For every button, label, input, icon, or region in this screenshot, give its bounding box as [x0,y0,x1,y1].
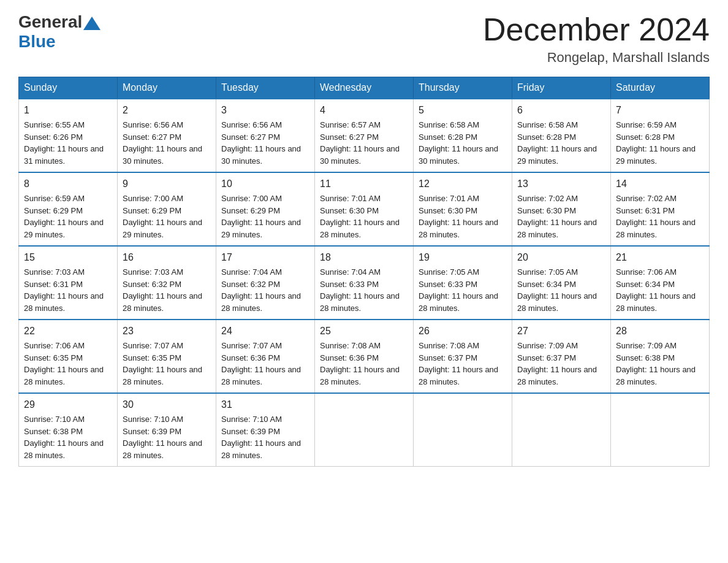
calendar-cell: 3Sunrise: 6:56 AMSunset: 6:27 PMDaylight… [216,99,315,172]
day-number: 11 [320,177,408,191]
logo-general-text: General [18,12,82,32]
calendar-header-row: SundayMondayTuesdayWednesdayThursdayFrid… [19,77,710,99]
calendar-cell: 26Sunrise: 7:08 AMSunset: 6:37 PMDayligh… [414,320,512,393]
calendar-cell: 2Sunrise: 6:56 AMSunset: 6:27 PMDaylight… [118,99,216,172]
day-number: 14 [616,177,704,191]
day-number: 7 [616,103,704,118]
day-number: 16 [123,250,211,265]
day-number: 22 [24,324,112,339]
calendar-cell: 18Sunrise: 7:04 AMSunset: 6:33 PMDayligh… [315,246,414,320]
day-number: 26 [419,324,507,339]
day-number: 23 [123,324,211,339]
logo: General Blue [18,12,102,52]
calendar-cell [414,393,512,467]
calendar-cell: 7Sunrise: 6:59 AMSunset: 6:28 PMDaylight… [611,99,710,172]
calendar-cell: 25Sunrise: 7:08 AMSunset: 6:36 PMDayligh… [315,320,414,393]
col-header-tuesday: Tuesday [216,77,315,99]
calendar-cell [315,393,414,467]
calendar-week-row: 8Sunrise: 6:59 AMSunset: 6:29 PMDaylight… [19,172,710,246]
col-header-wednesday: Wednesday [315,77,414,99]
day-number: 20 [517,250,605,265]
calendar-cell: 22Sunrise: 7:06 AMSunset: 6:35 PMDayligh… [19,320,118,393]
day-number: 2 [123,103,211,118]
calendar-week-row: 15Sunrise: 7:03 AMSunset: 6:31 PMDayligh… [19,246,710,320]
calendar-table: SundayMondayTuesdayWednesdayThursdayFrid… [18,77,710,467]
day-number: 30 [123,397,211,412]
calendar-cell: 12Sunrise: 7:01 AMSunset: 6:30 PMDayligh… [414,172,512,246]
calendar-cell: 19Sunrise: 7:05 AMSunset: 6:33 PMDayligh… [414,246,512,320]
col-header-saturday: Saturday [611,77,710,99]
day-number: 13 [517,177,605,191]
day-number: 8 [24,177,112,191]
calendar-cell: 1Sunrise: 6:55 AMSunset: 6:26 PMDaylight… [19,99,118,172]
calendar-cell: 28Sunrise: 7:09 AMSunset: 6:38 PMDayligh… [611,320,710,393]
calendar-cell: 15Sunrise: 7:03 AMSunset: 6:31 PMDayligh… [19,246,118,320]
calendar-cell: 16Sunrise: 7:03 AMSunset: 6:32 PMDayligh… [118,246,216,320]
day-number: 3 [221,103,309,118]
calendar-cell: 29Sunrise: 7:10 AMSunset: 6:38 PMDayligh… [19,393,118,467]
day-number: 9 [123,177,211,191]
day-number: 6 [517,103,605,118]
col-header-friday: Friday [512,77,611,99]
calendar-cell: 24Sunrise: 7:07 AMSunset: 6:36 PMDayligh… [216,320,315,393]
day-number: 24 [221,324,309,339]
day-number: 28 [616,324,704,339]
col-header-monday: Monday [118,77,216,99]
day-number: 1 [24,103,112,118]
title-block: December 2024 Rongelap, Marshall Islands [483,12,710,66]
calendar-cell: 17Sunrise: 7:04 AMSunset: 6:32 PMDayligh… [216,246,315,320]
logo-blue-text: Blue [18,32,56,52]
calendar-cell: 13Sunrise: 7:02 AMSunset: 6:30 PMDayligh… [512,172,611,246]
calendar-cell: 23Sunrise: 7:07 AMSunset: 6:35 PMDayligh… [118,320,216,393]
day-number: 4 [320,103,408,118]
calendar-week-row: 29Sunrise: 7:10 AMSunset: 6:38 PMDayligh… [19,393,710,467]
day-number: 5 [419,103,507,118]
day-number: 25 [320,324,408,339]
day-number: 27 [517,324,605,339]
calendar-cell: 4Sunrise: 6:57 AMSunset: 6:27 PMDaylight… [315,99,414,172]
calendar-cell: 30Sunrise: 7:10 AMSunset: 6:39 PMDayligh… [118,393,216,467]
calendar-cell: 10Sunrise: 7:00 AMSunset: 6:29 PMDayligh… [216,172,315,246]
page-header: General Blue December 2024 Rongelap, Mar… [18,12,710,66]
calendar-cell: 27Sunrise: 7:09 AMSunset: 6:37 PMDayligh… [512,320,611,393]
col-header-sunday: Sunday [19,77,118,99]
day-number: 29 [24,397,112,412]
calendar-cell: 9Sunrise: 7:00 AMSunset: 6:29 PMDaylight… [118,172,216,246]
month-year-heading: December 2024 [483,12,710,47]
calendar-week-row: 1Sunrise: 6:55 AMSunset: 6:26 PMDaylight… [19,99,710,172]
calendar-cell: 11Sunrise: 7:01 AMSunset: 6:30 PMDayligh… [315,172,414,246]
calendar-cell: 14Sunrise: 7:02 AMSunset: 6:31 PMDayligh… [611,172,710,246]
day-number: 18 [320,250,408,265]
day-number: 21 [616,250,704,265]
calendar-cell: 20Sunrise: 7:05 AMSunset: 6:34 PMDayligh… [512,246,611,320]
calendar-cell: 5Sunrise: 6:58 AMSunset: 6:28 PMDaylight… [414,99,512,172]
location-text: Rongelap, Marshall Islands [483,50,710,66]
calendar-cell: 31Sunrise: 7:10 AMSunset: 6:39 PMDayligh… [216,393,315,467]
day-number: 17 [221,250,309,265]
col-header-thursday: Thursday [414,77,512,99]
calendar-week-row: 22Sunrise: 7:06 AMSunset: 6:35 PMDayligh… [19,320,710,393]
calendar-cell: 21Sunrise: 7:06 AMSunset: 6:34 PMDayligh… [611,246,710,320]
calendar-cell [611,393,710,467]
calendar-cell: 6Sunrise: 6:58 AMSunset: 6:28 PMDaylight… [512,99,611,172]
calendar-cell [512,393,611,467]
day-number: 12 [419,177,507,191]
day-number: 10 [221,177,309,191]
day-number: 15 [24,250,112,265]
day-number: 31 [221,397,309,412]
day-number: 19 [419,250,507,265]
logo-triangle-icon [83,17,100,30]
calendar-cell: 8Sunrise: 6:59 AMSunset: 6:29 PMDaylight… [19,172,118,246]
